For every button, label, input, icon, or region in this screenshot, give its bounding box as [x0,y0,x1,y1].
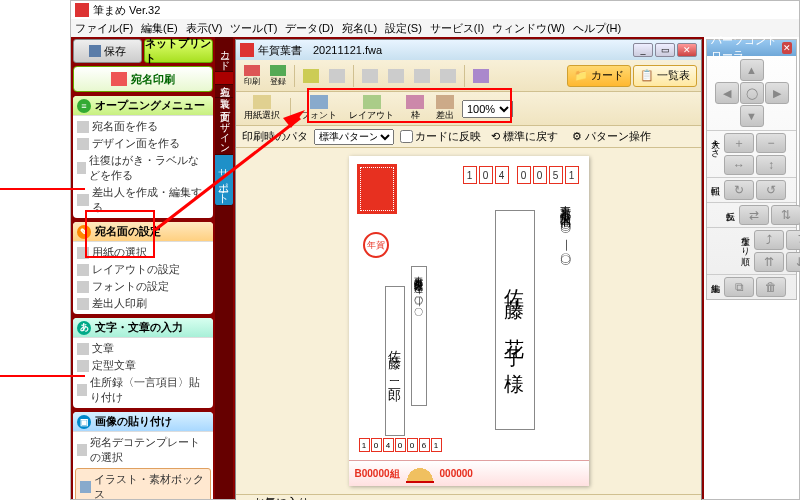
vtab-atena[interactable]: 宛名 [215,72,233,85]
postcard-preview[interactable]: 年賀 1 0 4 0 0 5 1 東京都中央区佃〇〇〇Ⅰ｜〇〇 佐藤 花子 [349,156,589,486]
reset-button[interactable]: ⟲標準に戻す [487,129,562,144]
size-y[interactable]: ↕ [756,155,786,175]
panel-opening-header[interactable]: ≡オープニングメニュー [73,96,213,116]
sender-address[interactable]: 東京都中央区銀座〇｜〇〇｜〇 [411,266,427,406]
next-button[interactable] [410,64,434,88]
prev-button[interactable] [384,64,408,88]
sender-name[interactable]: 佐藤 二郎 [385,286,405,436]
zoom-select[interactable]: 100% [462,100,513,118]
item-fixed-text[interactable]: 定型文章 [75,357,211,374]
menu-service[interactable]: サービス(I) [430,21,484,36]
font-button[interactable]: フォント [297,94,341,124]
vtab-list[interactable]: 一覧表 [215,85,233,98]
menu-window[interactable]: ウィンドウ(W) [492,21,565,36]
vertical-tabs: カード 宛名 一覧表 文面デザイン サポート [215,37,233,499]
tray-favorites[interactable]: お気に入り [236,494,701,500]
item-deco-template[interactable]: 宛名デコテンプレートの選択 [75,434,211,466]
frame-button[interactable]: 枠 [402,94,428,124]
menu-data[interactable]: データ(D) [285,21,333,36]
menu-tool[interactable]: ツール(T) [230,21,277,36]
order-front[interactable]: ⤴ [754,230,784,250]
dpad-left[interactable]: ◀ [715,82,739,104]
save-button[interactable]: 保存 [73,39,142,63]
delete-button[interactable]: 🗑 [756,277,786,297]
reflect-checkbox-input[interactable] [400,130,413,143]
item-paper-select[interactable]: 用紙の選択 [75,244,211,261]
recipient-zip[interactable]: 1 0 4 0 0 5 1 [463,166,579,184]
undo-button[interactable] [299,64,323,88]
panel-atena-header[interactable]: ✎宛名面の設定 [73,222,213,242]
pc-section-edit: 編集 [709,277,722,321]
close-button[interactable]: ✕ [677,43,697,57]
print-button[interactable]: 印刷 [240,64,264,88]
zip-digit: 0 [407,438,418,452]
menu-edit[interactable]: 編集(E) [141,21,178,36]
parts-controller-header[interactable]: パーツコントローラ✕ [707,40,796,56]
redo-button[interactable] [325,64,349,88]
last-button[interactable] [436,64,460,88]
flip-v[interactable]: ⇅ [771,205,800,225]
sender-zip[interactable]: 1 0 4 0 0 6 1 [359,438,442,452]
dpad-right[interactable]: ▶ [765,82,789,104]
item-create-design[interactable]: デザイン面を作る [75,135,211,152]
item-font-settings[interactable]: フォントの設定 [75,278,211,295]
reflect-checkbox[interactable]: カードに反映 [400,129,481,144]
menu-atena[interactable]: 宛名(L) [342,21,377,36]
rotate-ccw[interactable]: ↺ [756,180,786,200]
menu-view[interactable]: 表示(V) [186,21,223,36]
order-bottom[interactable]: ⇊ [786,252,800,272]
card-view-button[interactable]: 📁カード [567,65,631,87]
recipient-address[interactable]: 東京都中央区佃〇〇〇Ⅰ｜〇〇 [557,196,572,248]
item-text[interactable]: 文章 [75,340,211,357]
rotate-cw[interactable]: ↻ [724,180,754,200]
dpad-up[interactable]: ▲ [740,59,764,81]
item-sender-print[interactable]: 差出人印刷 [75,295,211,312]
menu-settings[interactable]: 設定(S) [385,21,422,36]
item-address-paste[interactable]: 住所録〈一言項目〉貼り付け [75,374,211,406]
recipient-name[interactable]: 佐藤 花子 様 [495,210,535,430]
paper-select-button[interactable]: 用紙選択 [240,94,284,124]
item-illust-box[interactable]: イラスト・素材ボックス [78,471,208,499]
deco-button[interactable] [469,64,493,88]
pill-label: カード [591,68,624,83]
panel-text-header[interactable]: あ文字・文章の入力 [73,318,213,338]
item-create-label[interactable]: 往復はがき・ラベルなどを作る [75,152,211,184]
item-label: フォントの設定 [92,279,169,294]
register-button[interactable]: 登録 [266,64,290,88]
dpad-down[interactable]: ▼ [740,105,764,127]
maximize-button[interactable]: ▭ [655,43,675,57]
item-edit-sender[interactable]: 差出人を作成・編集する [75,184,211,216]
dpad-center[interactable]: ◯ [740,82,764,104]
menu-file[interactable]: ファイル(F) [75,21,133,36]
list-view-button[interactable]: 📋一覧表 [633,65,697,87]
pill-label: 一覧表 [657,68,690,83]
zip-digit: 1 [431,438,442,452]
close-icon[interactable]: ✕ [782,42,792,54]
item-layout-settings[interactable]: レイアウトの設定 [75,261,211,278]
pattern-ops-button[interactable]: ⚙パターン操作 [568,129,655,144]
atena-print-button[interactable]: 宛名印刷 [73,66,213,92]
size-plus[interactable]: ＋ [724,133,754,153]
size-minus[interactable]: − [756,133,786,153]
menu-help[interactable]: ヘルプ(H) [573,21,621,36]
item-create-atena[interactable]: 宛名面を作る [75,118,211,135]
tbtn-label: 登録 [270,76,286,87]
flip-h[interactable]: ⇄ [739,205,769,225]
order-back[interactable]: ⤵ [786,230,800,250]
panel-image-header[interactable]: ▣画像の貼り付け [73,412,213,432]
pattern-select[interactable]: 標準パターン [314,129,394,145]
order-top[interactable]: ⇈ [754,252,784,272]
layout-button[interactable]: レイアウト [345,94,398,124]
vtab-card[interactable]: カード [215,37,233,72]
size-x[interactable]: ↔ [724,155,754,175]
copy-button[interactable]: ⧉ [724,277,754,297]
first-button[interactable] [358,64,382,88]
lbtn-label: 用紙選択 [244,109,280,122]
vtab-design[interactable]: 文面デザイン [215,98,233,155]
netprint-button[interactable]: ネットプリント [144,39,213,63]
sashidashi-button[interactable]: 差出 [432,94,458,124]
canvas[interactable]: 年賀 1 0 4 0 0 5 1 東京都中央区佃〇〇〇Ⅰ｜〇〇 佐藤 花子 [236,148,701,494]
vtab-support[interactable]: サポート [215,155,233,206]
center-area: 年賀葉書 20211121.fwa _ ▭ ✕ 印刷 登録 [233,37,704,499]
minimize-button[interactable]: _ [633,43,653,57]
